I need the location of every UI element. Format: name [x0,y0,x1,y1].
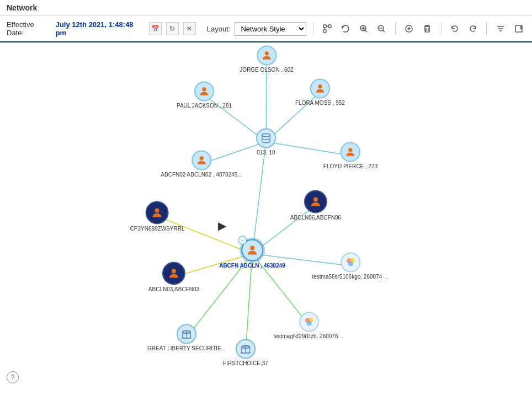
node-label-floyd: FLOYD PIERCE , 273 [323,163,377,169]
svg-rect-15 [425,26,429,32]
node-testmagfkf[interactable]: testmagfkf29i1tzb, 260076... [273,312,345,339]
svg-point-38 [318,84,322,88]
network-canvas[interactable]: ? JORGE OLSON , 602PAUL JACKSON , 281FLO… [0,42,532,390]
node-testma56sr[interactable]: testma56sr5106kgo, 260074... [312,253,389,280]
separator-3 [441,22,441,35]
svg-point-45 [172,269,176,274]
node-label-abcfn02: ABCFN02 ABCLN02 , 4878245... [161,172,242,178]
node-abcln03[interactable]: ABCLN03,ABCFN03 [148,262,199,292]
title-bar: Network [0,0,532,16]
node-more-testmagfkf[interactable]: ... [340,333,344,339]
node-label-paul: PAUL JACKSON , 281 [177,103,232,109]
svg-line-28 [252,142,266,254]
svg-rect-1 [328,25,331,28]
node-label-firstchoice: FIRSTCHOICE,37 [223,360,268,366]
node-paul[interactable]: PAUL JACKSON , 281 [177,82,232,109]
node-label-abcln06: ABCLN06,ABCFN06 [290,215,341,221]
layout-label: Layout: [207,25,231,33]
svg-point-39 [262,133,270,137]
node-label-great_liberty: GREAT LIBERTY SECURITIE... [147,345,226,351]
export-button[interactable] [512,22,525,36]
svg-line-35 [246,254,252,352]
effective-date-label: Effective Date: [7,20,51,37]
svg-point-40 [199,156,203,160]
add-button[interactable] [402,22,416,36]
node-label-abcln03: ABCLN03,ABCFN03 [148,286,199,292]
svg-point-43 [313,197,318,202]
node-cp3yn[interactable]: CP3YN688ZWSYRRL [130,201,185,232]
node-flora[interactable]: FLORA MOSS , 952 [295,79,345,106]
svg-point-51 [306,321,311,326]
node-floyd[interactable]: FLOYD PIERCE , 273 [323,142,377,169]
node-label-db013: 013, 10 [257,149,275,156]
svg-point-41 [348,148,352,152]
svg-line-10 [383,30,385,33]
undo-button[interactable] [448,22,462,36]
svg-line-6 [365,30,367,33]
svg-rect-2 [323,30,326,33]
node-abcfn_main[interactable]: −ABCFN ABCLN , 4638249 [219,239,285,269]
node-label-jorge: JORGE OLSON , 602 [240,67,293,73]
clear-date-button[interactable]: ✕ [183,22,196,35]
node-abcfn02[interactable]: ABCFN02 ABCLN02 , 4878245... [161,151,242,178]
svg-point-36 [264,51,268,55]
zoom-in-button[interactable] [357,22,370,36]
svg-point-48 [348,261,353,266]
zoom-out-button[interactable] [375,22,389,36]
node-jorge[interactable]: JORGE OLSON , 602 [240,46,293,73]
node-more-testma56sr[interactable]: ... [384,274,389,280]
node-great_liberty[interactable]: GREAT LIBERTY SECURITIE... [147,324,226,351]
node-label-testmagfkf: testmagfkf29i1tzb, 260076... [273,333,345,339]
svg-rect-0 [323,25,326,28]
network-svg [0,42,532,390]
calendar-button[interactable]: 📅 [149,22,162,35]
rotate-button[interactable] [338,22,352,36]
toolbar: Effective Date: July 12th 2021, 1:48:48 … [0,16,532,42]
refresh-date-button[interactable]: ↻ [166,22,179,35]
collapse-button[interactable]: − [238,236,247,245]
app-title: Network [7,3,37,12]
help-button[interactable]: ? [7,371,19,383]
separator-2 [395,22,396,35]
svg-point-44 [250,246,254,250]
node-label-flora: FLORA MOSS , 952 [295,100,345,106]
node-db013[interactable]: 013, 10 [256,129,276,156]
node-label-abcfn_main: ABCFN ABCLN , 4638249 [219,263,285,269]
svg-point-42 [155,209,159,213]
connect-icon-button[interactable] [320,22,334,36]
node-label-testma56sr: testma56sr5106kgo, 260074... [312,274,389,280]
redo-button[interactable] [466,22,480,36]
node-abcln06[interactable]: ABCLN06,ABCFN06 [290,190,341,221]
layout-select[interactable]: Network Style Hierarchical Circular Tree [235,22,306,36]
node-label-cp3yn: CP3YN688ZWSYRRL [130,226,185,232]
effective-date-value: July 12th 2021, 1:48:48 pm [56,20,142,37]
delete-button[interactable] [421,22,434,36]
separator-1 [313,22,313,35]
filter-button[interactable] [493,22,507,36]
node-firstchoice[interactable]: FIRSTCHOICE,37 [223,339,268,366]
svg-point-37 [202,87,206,91]
separator-4 [486,22,487,35]
